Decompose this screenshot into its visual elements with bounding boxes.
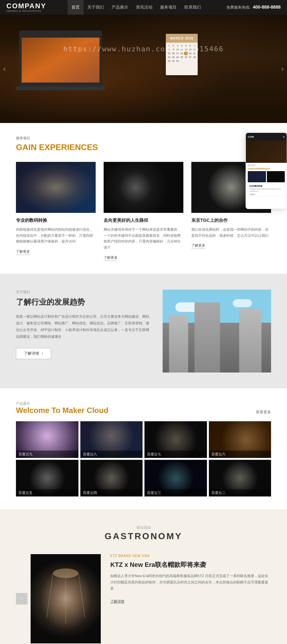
gastronomy-prev-button[interactable]: ‹: [16, 593, 27, 604]
product-label-1: 百度云九: [16, 451, 78, 458]
svg-point-6: [40, 567, 91, 631]
service-img-2: [104, 162, 183, 213]
mobile-preview-cell-2: [267, 171, 285, 182]
gastronomy-subtitle: KTZ BRAND NEW ERA: [110, 554, 271, 558]
gastronomy-content: ‹: [16, 554, 271, 643]
gastronomy-article-title: KTZ x New Era联名帽款即将来袭: [110, 560, 271, 569]
header: COMPANY IMAGES & RESOURCES 首页 关于我们 产品展示 …: [0, 0, 287, 15]
service-title-2: 走向更美好的人生路径: [104, 218, 183, 223]
products-more-link[interactable]: 查看更多: [256, 409, 271, 415]
gastronomy-image: [31, 554, 101, 643]
about-detail-button[interactable]: 了解详情 ›: [16, 348, 51, 359]
svg-rect-2: [22, 33, 99, 83]
about-left: 关于我们 了解行业的发展趋势 我是一家以网站设计制作和广告设计制作为主的公司，公…: [16, 290, 150, 359]
service-learn-more-3[interactable]: 了解更多: [191, 243, 205, 249]
product-label-8: 百度云二: [209, 489, 271, 496]
products-label: 产品展示: [16, 401, 108, 406]
gastronomy-label: 前沿流治: [16, 525, 271, 530]
about-image: [163, 290, 271, 373]
product-label-3: 百度云七: [144, 451, 207, 458]
about-section: 关于我们 了解行业的发展趋势 我是一家以网站设计制作和广告设计制作为主的公司，公…: [0, 274, 287, 388]
nav-news[interactable]: 资讯活动: [132, 0, 156, 15]
main-nav: 首页 关于我们 产品展示 资讯活动 服务项目 联系我们: [68, 0, 205, 15]
gastronomy-section: 前沿流治 GASTRONOMY ‹: [0, 509, 287, 644]
product-item-3[interactable]: 百度云七: [144, 421, 207, 458]
svg-point-7: [53, 568, 78, 578]
gastronomy-title: GASTRONOMY: [16, 531, 271, 541]
product-item-7[interactable]: 百度云三: [144, 460, 207, 496]
svg-line-8: [47, 573, 53, 618]
gastronomy-left: ‹: [16, 554, 101, 643]
logo-text: COMPANY: [6, 3, 46, 10]
svg-rect-3: [22, 33, 99, 38]
gastronomy-article-text: 知帽达人李大学New Era同来自纽约的高端商务服装品牌KTZ 日前正式完成了一…: [110, 573, 271, 592]
service-learn-more-2[interactable]: 了解更多: [104, 255, 118, 261]
gastronomy-learn-more[interactable]: 了解详情: [110, 599, 124, 603]
product-label-7: 百度云三: [144, 489, 207, 496]
service-desc-1: 内部链接优化是指对网站内部站内链接进行优化，在内链优化中，分配的力量是不一样的，…: [16, 227, 96, 244]
product-item-1[interactable]: 百度云九: [16, 421, 78, 458]
hero-next-arrow[interactable]: ›: [281, 64, 284, 73]
mobile-preview: COM ≡ 服务项目 GAIN EXPERIENCES 专业的数码转换 内部链接…: [246, 133, 287, 209]
gastronomy-right: KTZ BRAND NEW ERA KTZ x New Era联名帽款即将来袭 …: [110, 554, 271, 604]
services-title: GAIN EXPERIENCES: [16, 142, 271, 152]
hero-prev-arrow[interactable]: ‹: [3, 64, 6, 73]
product-item-8[interactable]: 百度云二: [209, 460, 271, 496]
products-header: 产品展示 Welcome To Maker Cloud 查看更多: [16, 401, 271, 415]
service-desc-3: 我们在优化网站时，会发现一些网站中的内容，但是找不到合适的，很多时候，怎么方法可…: [191, 227, 271, 238]
hero-calendar: MARÇO 2016 1234567 891011121314 15161718…: [166, 34, 198, 75]
svg-line-10: [78, 573, 85, 618]
product-item-4[interactable]: 百度云六: [209, 421, 271, 458]
products-section: 产品展示 Welcome To Maker Cloud 查看更多 百度云九 百度…: [0, 388, 287, 509]
product-item-5[interactable]: 百度云五: [16, 460, 78, 496]
service-title-3: 东京TGC上的合作: [191, 218, 271, 223]
product-label-5: 百度云五: [16, 489, 78, 496]
header-phone: 免费服务热线: 400-888-8888: [226, 4, 281, 10]
nav-products[interactable]: 产品展示: [108, 0, 132, 15]
products-title: Welcome To Maker Cloud: [16, 406, 108, 415]
products-grid: 百度云九 百度云八 百度云七 百度云六 百度云五 百度云四 百度云三 百度云二: [16, 421, 271, 496]
hero-laptop-svg: [16, 24, 118, 101]
product-item-6[interactable]: 百度云四: [80, 460, 143, 496]
service-img-1: [16, 162, 96, 213]
nav-about[interactable]: 关于我们: [84, 0, 108, 15]
service-card-1: 专业的数码转换 内部链接优化是指对网站内部站内链接进行优化，在内链优化中，分配的…: [16, 162, 96, 261]
product-label-2: 百度云八: [80, 451, 143, 458]
product-label-4: 百度云六: [209, 451, 271, 458]
service-card-2: 走向更美好的人生路径 网站关键词布局对于一个网站来说是非常重要的，一个好的关键词…: [104, 162, 183, 261]
nav-services[interactable]: 服务项目: [156, 0, 180, 15]
about-desc: 我是一家以网站设计制作和广告设计制作为主的公司，公司主要业务为网站建设、网站设计…: [16, 313, 150, 340]
svg-rect-5: [31, 554, 101, 643]
product-label-6: 百度云四: [80, 489, 143, 496]
services-grid: 专业的数码转换 内部链接优化是指对网站内部站内链接进行优化，在内链优化中，分配的…: [16, 162, 271, 261]
mobile-preview-cell-1: [248, 171, 266, 182]
product-item-2[interactable]: 百度云八: [80, 421, 143, 458]
svg-rect-4: [16, 86, 105, 90]
services-label: 服务项目: [16, 136, 271, 141]
services-section: 服务项目 GAIN EXPERIENCES 专业的数码转换 内部链接优化是指对网…: [0, 123, 287, 274]
logo-sub: IMAGES & RESOURCES: [6, 10, 41, 12]
nav-home[interactable]: 首页: [68, 0, 84, 15]
about-label: 关于我们: [16, 290, 150, 294]
hero-banner: MARÇO 2016 1234567 891011121314 15161718…: [0, 15, 287, 123]
nav-contact[interactable]: 联系我们: [180, 0, 205, 15]
service-desc-2: 网站关键词布局对于一个网站来说是非常重要的，一个好的关键词不仅能提高搜索排名，同…: [104, 227, 183, 250]
service-title-1: 专业的数码转换: [16, 218, 96, 223]
about-title: 了解行业的发展趋势: [16, 297, 150, 307]
products-header-left: 产品展示 Welcome To Maker Cloud: [16, 401, 108, 415]
service-learn-more-1[interactable]: 了解更多: [16, 249, 30, 255]
logo-area: COMPANY IMAGES & RESOURCES: [6, 3, 46, 12]
